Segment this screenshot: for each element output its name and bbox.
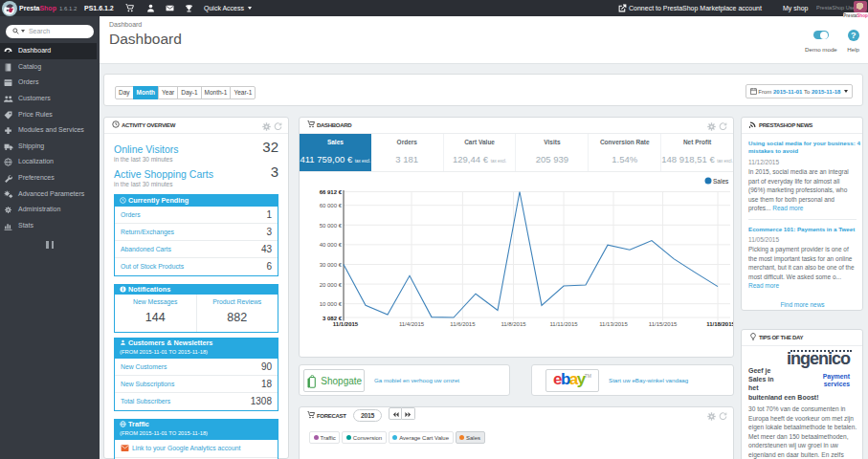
svg-text:11/15/2015: 11/15/2015 — [649, 321, 678, 327]
svg-text:10 000 €: 10 000 € — [320, 301, 343, 307]
svg-text:11/1/2015: 11/1/2015 — [333, 321, 359, 327]
svg-text:11/8/2015: 11/8/2015 — [501, 321, 526, 327]
svg-text:50 000 €: 50 000 € — [320, 223, 343, 229]
svg-text:Sales: Sales — [713, 178, 729, 185]
svg-text:66 912 €: 66 912 € — [320, 189, 343, 195]
svg-text:30 000 €: 30 000 € — [320, 262, 343, 268]
svg-text:60 000 €: 60 000 € — [320, 203, 343, 208]
svg-text:20 000 €: 20 000 € — [320, 282, 343, 288]
svg-text:11/6/2015: 11/6/2015 — [450, 321, 476, 327]
svg-text:11/11/2015: 11/11/2015 — [549, 321, 578, 327]
svg-text:40 000 €: 40 000 € — [320, 242, 343, 248]
svg-text:11/18/2015: 11/18/2015 — [706, 321, 733, 327]
svg-text:11/4/2015: 11/4/2015 — [399, 321, 425, 327]
svg-text:11/13/2015: 11/13/2015 — [599, 321, 628, 327]
